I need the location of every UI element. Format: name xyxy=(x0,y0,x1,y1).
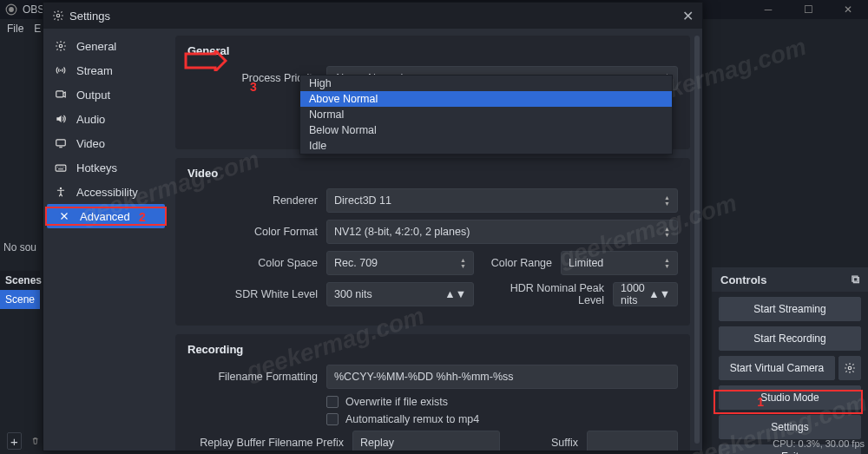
trash-icon[interactable] xyxy=(30,435,40,447)
scrollbar[interactable] xyxy=(694,36,700,444)
overwrite-label: Overwrite if file exists xyxy=(345,396,448,408)
replay-value: Replay xyxy=(360,437,394,449)
no-source-text: No sou xyxy=(0,241,36,253)
svg-point-5 xyxy=(60,69,62,71)
menu-edit[interactable]: E xyxy=(34,23,41,35)
add-scene-button[interactable]: + xyxy=(7,432,22,450)
dialog-title: Settings xyxy=(69,10,110,23)
dialog-close-button[interactable]: ✕ xyxy=(682,8,694,24)
start-recording-button[interactable]: Start Recording xyxy=(719,326,861,351)
sidebar-label: General xyxy=(76,40,116,53)
sdr-label: SDR White Level xyxy=(187,288,318,300)
gear-icon xyxy=(52,10,64,22)
annotation-num-3: 3 xyxy=(250,80,257,94)
studio-mode-button[interactable]: Studio Mode xyxy=(719,385,861,410)
close-button[interactable]: ✕ xyxy=(828,0,868,19)
process-priority-dropdown[interactable]: High Above Normal Normal Below Normal Id… xyxy=(299,75,673,155)
checkbox-icon xyxy=(326,396,339,408)
dropdown-option-idle[interactable]: Idle xyxy=(300,138,672,154)
recording-panel: Recording Filename Formatting %CCYY-%MM-… xyxy=(175,334,690,451)
gear-icon xyxy=(844,362,856,374)
renderer-value: Direct3D 11 xyxy=(334,194,391,207)
sidebar-item-advanced[interactable]: Advanced xyxy=(47,204,165,228)
dropdown-option-above-normal[interactable]: Above Normal xyxy=(300,91,672,107)
annotation-num-1: 1 xyxy=(757,395,764,409)
hdr-spin[interactable]: 1000 nits ▲▼ xyxy=(613,282,678,306)
color-range-value: Limited xyxy=(569,257,603,269)
autoremux-checkbox[interactable]: Automatically remux to mp4 xyxy=(326,413,678,425)
color-space-value: Rec. 709 xyxy=(334,257,378,269)
svg-rect-8 xyxy=(56,165,66,171)
color-range-combo[interactable]: Limited ▲▼ xyxy=(561,251,678,275)
sidebar-label: Stream xyxy=(76,64,113,77)
controls-panel: Controls ⧉ Start Streaming Start Recordi… xyxy=(712,267,868,454)
settings-dialog: Settings ✕ General Stream Output Audio xyxy=(43,2,703,451)
renderer-combo[interactable]: Direct3D 11 ▲▼ xyxy=(326,188,678,213)
sidebar-item-audio[interactable]: Audio xyxy=(43,107,168,131)
filename-label: Filename Formatting xyxy=(187,371,318,383)
video-heading: Video xyxy=(187,167,678,180)
renderer-label: Renderer xyxy=(187,194,318,207)
general-heading: General xyxy=(187,44,678,57)
suffix-input[interactable] xyxy=(587,431,678,451)
svg-point-4 xyxy=(59,44,62,48)
chevron-updown-icon: ▲▼ xyxy=(664,194,670,207)
svg-rect-7 xyxy=(56,140,66,146)
start-streaming-button[interactable]: Start Streaming xyxy=(719,297,861,321)
filename-input[interactable]: %CCYY-%MM-%DD %hh-%mm-%ss xyxy=(326,365,678,389)
svg-point-1 xyxy=(9,7,14,12)
sidebar-label: Video xyxy=(76,137,105,150)
sidebar-item-general[interactable]: General xyxy=(43,34,168,58)
svg-point-3 xyxy=(56,14,60,17)
color-space-combo[interactable]: Rec. 709 ▲▼ xyxy=(326,251,474,275)
settings-sidebar: General Stream Output Audio Video Hotkey… xyxy=(43,29,168,451)
chevron-updown-icon: ▲▼ xyxy=(648,288,670,300)
annotation-num-2: 2 xyxy=(139,210,146,224)
menu-file[interactable]: File xyxy=(7,23,23,35)
sidebar-item-stream[interactable]: Stream xyxy=(43,58,168,82)
suffix-label: Suffix xyxy=(509,437,578,449)
replay-label: Replay Buffer Filename Prefix xyxy=(187,437,344,449)
status-cpu: CPU: 0.3%, 30.00 fps xyxy=(773,438,865,449)
filename-value: %CCYY-%MM-%DD %hh-%mm-%ss xyxy=(334,371,514,383)
chevron-updown-icon: ▲▼ xyxy=(444,288,466,300)
vcam-settings-button[interactable] xyxy=(838,356,861,380)
chevron-updown-icon: ▲▼ xyxy=(460,257,466,269)
checkbox-icon xyxy=(326,413,339,425)
start-virtual-camera-button[interactable]: Start Virtual Camera xyxy=(719,356,835,380)
recording-heading: Recording xyxy=(187,343,678,356)
gear-icon xyxy=(54,39,68,53)
chevron-updown-icon: ▲▼ xyxy=(664,257,670,269)
scene-item[interactable]: Scene xyxy=(0,290,40,309)
sidebar-item-output[interactable]: Output xyxy=(43,82,168,107)
chevron-updown-icon: ▲▼ xyxy=(664,226,670,238)
keyboard-icon xyxy=(54,161,68,174)
sdr-value: 300 nits xyxy=(334,288,372,300)
annotation-arrow-icon xyxy=(184,50,227,71)
video-panel: Video Renderer Direct3D 11 ▲▼ Color Form… xyxy=(175,158,690,326)
minimize-button[interactable]: ─ xyxy=(748,0,788,19)
svg-point-2 xyxy=(848,366,852,370)
dropdown-option-normal[interactable]: Normal xyxy=(300,107,672,122)
maximize-button[interactable]: ☐ xyxy=(788,0,828,19)
obs-icon xyxy=(5,3,17,16)
color-format-combo[interactable]: NV12 (8-bit, 4:2:0, 2 planes) ▲▼ xyxy=(326,220,678,244)
scenes-header: Scenes xyxy=(0,271,40,290)
sidebar-label: Hotkeys xyxy=(76,161,117,174)
sdr-spin[interactable]: 300 nits ▲▼ xyxy=(326,282,474,306)
status-bar: CPU: 0.3%, 30.00 fps xyxy=(773,433,865,454)
antenna-icon xyxy=(54,63,68,77)
sidebar-item-accessibility[interactable]: Accessibility xyxy=(43,180,168,204)
dropdown-option-below-normal[interactable]: Below Normal xyxy=(300,122,672,138)
sidebar-item-video[interactable]: Video xyxy=(43,131,168,155)
svg-point-9 xyxy=(60,188,62,189)
replay-input[interactable]: Replay xyxy=(352,431,500,451)
sidebar-item-hotkeys[interactable]: Hotkeys xyxy=(43,155,168,180)
sidebar-label: Output xyxy=(76,89,110,102)
dropdown-option-high[interactable]: High xyxy=(300,76,672,91)
hdr-label: HDR Nominal Peak Level xyxy=(483,282,604,306)
svg-rect-6 xyxy=(56,91,63,97)
popout-icon[interactable]: ⧉ xyxy=(852,273,859,286)
overwrite-checkbox[interactable]: Overwrite if file exists xyxy=(326,396,678,408)
hdr-value: 1000 nits xyxy=(621,282,648,306)
